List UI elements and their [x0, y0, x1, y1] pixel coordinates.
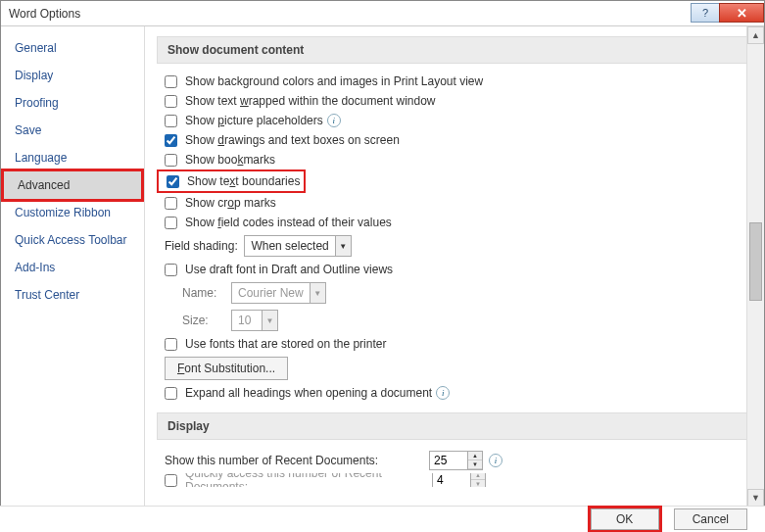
checkbox-draft[interactable] — [165, 264, 177, 276]
sidebar-item-trust-center[interactable]: Trust Center — [1, 281, 144, 309]
label-recent: Show this number of Recent Documents: — [165, 454, 429, 467]
opt-recent-docs: Show this number of Recent Documents: ▲▼… — [157, 448, 752, 473]
opt-draft-font[interactable]: Use draft font in Draft and Outline view… — [157, 260, 752, 279]
checkbox-crop[interactable] — [165, 197, 177, 210]
ok-button[interactable]: OK — [591, 508, 659, 530]
label-draft: Use draft font in Draft and Outline view… — [185, 263, 393, 276]
label-size: Size: — [182, 314, 231, 327]
spin-quick: ▲▼ — [432, 473, 486, 487]
scroll-down-icon[interactable]: ▼ — [747, 489, 764, 507]
sidebar-item-save[interactable]: Save — [1, 117, 144, 144]
opt-bookmarks[interactable]: Show bookmarks — [157, 150, 752, 169]
close-button[interactable]: ✕ — [719, 3, 764, 23]
label-wrap: Show text wrapped within the document wi… — [185, 94, 435, 108]
chevron-down-icon: ▼ — [262, 311, 277, 330]
label-drawings: Show drawings and text boxes on screen — [185, 133, 400, 147]
opt-printer-fonts[interactable]: Use fonts that are stored on the printer — [157, 334, 752, 354]
opt-background-colors[interactable]: Show background colors and images in Pri… — [157, 72, 752, 91]
sidebar-item-language[interactable]: Language — [1, 144, 144, 171]
cancel-button[interactable]: Cancel — [674, 508, 747, 530]
sidebar-item-proofing[interactable]: Proofing — [1, 89, 144, 117]
options-panel: Show document content Show background co… — [145, 26, 764, 507]
info-icon[interactable]: i — [327, 114, 341, 127]
opt-font-name: Name:Courier New▼ — [174, 279, 752, 307]
input-recent[interactable] — [430, 452, 467, 469]
opt-quick-recent: Quickly access this number of Recent Doc… — [157, 473, 752, 487]
label-expand: Expand all headings when opening a docum… — [185, 386, 432, 400]
info-icon[interactable]: i — [489, 454, 502, 467]
chevron-down-icon: ▼ — [310, 283, 325, 303]
dialog-footer: OK Cancel — [0, 506, 765, 532]
label-shading: Field shading: — [165, 239, 238, 253]
sidebar-item-advanced[interactable]: Advanced — [4, 171, 141, 199]
checkbox-bg[interactable] — [165, 75, 177, 88]
scroll-up-icon[interactable]: ▲ — [747, 26, 764, 44]
select-font-name: Courier New▼ — [231, 282, 326, 304]
row-font-substitution: Font Substitution... — [157, 354, 752, 383]
opt-crop-marks[interactable]: Show crop marks — [157, 193, 752, 213]
window-buttons: ? ✕ — [691, 1, 764, 25]
sidebar-item-addins[interactable]: Add-Ins — [1, 254, 144, 281]
chevron-down-icon[interactable]: ▼ — [335, 236, 351, 256]
label-field: Show field codes instead of their values — [185, 216, 392, 229]
select-field-shading[interactable]: When selected▼ — [244, 235, 351, 257]
checkbox-pict[interactable] — [165, 115, 177, 127]
label-bookmarks: Show bookmarks — [185, 153, 275, 167]
opt-text-boundaries[interactable]: Show text boundaries — [157, 169, 306, 193]
input-quick — [433, 473, 470, 487]
vertical-scrollbar[interactable]: ▲ ▼ — [746, 26, 764, 507]
opt-text-wrapped[interactable]: Show text wrapped within the document wi… — [157, 91, 752, 111]
label-bg: Show background colors and images in Pri… — [185, 74, 483, 88]
checkbox-quick — [165, 474, 177, 487]
opt-picture-placeholders[interactable]: Show picture placeholdersi — [157, 111, 752, 130]
checkbox-text-boundaries[interactable] — [167, 175, 179, 188]
titlebar: Word Options ? ✕ — [1, 1, 764, 26]
scroll-thumb[interactable] — [749, 222, 762, 301]
label-name: Name: — [182, 286, 231, 300]
label-crop: Show crop marks — [185, 196, 276, 210]
opt-font-size: Size:10▼ — [174, 307, 752, 334]
label-printer: Use fonts that are stored on the printer — [185, 337, 386, 351]
section-display: Display — [157, 412, 752, 440]
label-text-boundaries: Show text boundaries — [187, 174, 300, 188]
sidebar-item-quick-access[interactable]: Quick Access Toolbar — [1, 226, 144, 254]
checkbox-bookmarks[interactable] — [165, 154, 177, 167]
spin-up-icon[interactable]: ▲ — [468, 452, 482, 460]
checkbox-printer[interactable] — [165, 338, 177, 351]
help-button[interactable]: ? — [691, 3, 720, 23]
checkbox-wrap[interactable] — [165, 95, 177, 108]
label-pict: Show picture placeholders — [185, 114, 323, 127]
spin-recent[interactable]: ▲▼ — [429, 451, 483, 470]
sidebar-item-general[interactable]: General — [1, 34, 144, 62]
sidebar-item-customize-ribbon[interactable]: Customize Ribbon — [1, 199, 144, 226]
checkbox-expand[interactable] — [165, 387, 177, 400]
spin-down-icon[interactable]: ▼ — [468, 460, 482, 469]
font-substitution-button[interactable]: Font Substitution... — [165, 357, 288, 380]
sidebar-item-display[interactable]: Display — [1, 62, 144, 89]
window-title: Word Options — [9, 7, 691, 21]
label-quick: Quickly access this number of Recent Doc… — [185, 473, 432, 487]
checkbox-drawings[interactable] — [165, 134, 177, 147]
opt-field-shading: Field shading: When selected▼ — [157, 232, 752, 260]
opt-field-codes[interactable]: Show field codes instead of their values — [157, 213, 752, 232]
opt-expand-headings[interactable]: Expand all headings when opening a docum… — [157, 383, 752, 403]
category-sidebar: General Display Proofing Save Language A… — [1, 26, 145, 507]
checkbox-field[interactable] — [165, 217, 177, 229]
info-icon[interactable]: i — [436, 386, 450, 400]
section-show-document-content: Show document content — [157, 36, 752, 64]
opt-drawings[interactable]: Show drawings and text boxes on screen — [157, 130, 752, 150]
select-font-size: 10▼ — [231, 310, 278, 331]
